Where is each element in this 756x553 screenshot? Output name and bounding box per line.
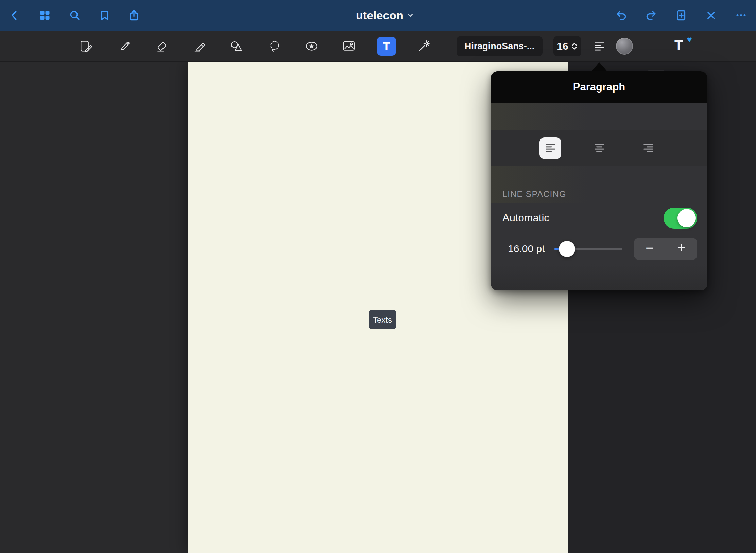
- laser-pointer-icon: [416, 38, 432, 54]
- redo-button[interactable]: [643, 8, 658, 23]
- spacing-value-row: 16.00 pt − +: [491, 233, 707, 264]
- add-page-icon: [675, 9, 687, 21]
- heart-icon: ♥: [687, 35, 692, 44]
- eraser-icon: [154, 38, 170, 54]
- document-title: utelecon: [356, 9, 403, 22]
- app-screen: utelecon: [0, 0, 756, 553]
- decrease-spacing-button[interactable]: −: [634, 238, 666, 260]
- lasso-icon: [267, 38, 282, 54]
- more-ellipsis-icon: [735, 9, 747, 21]
- tool-image[interactable]: [339, 37, 358, 56]
- chevron-down-icon: [407, 12, 414, 19]
- bookmark-button[interactable]: [97, 8, 112, 23]
- align-left-option[interactable]: [539, 137, 561, 159]
- text-tool-icon: T: [383, 40, 390, 52]
- tool-page-pen-mode[interactable]: [77, 37, 96, 56]
- text-style-favorite-button[interactable]: T ♥: [670, 35, 693, 57]
- minus-icon: −: [646, 240, 654, 256]
- line-spacing-slider[interactable]: [554, 233, 622, 264]
- paragraph-popover: Paragraph LINE SPACING Automatic 16: [491, 71, 707, 290]
- tool-text[interactable]: T: [377, 37, 396, 56]
- alignment-row: [491, 130, 707, 166]
- add-page-button[interactable]: [674, 8, 689, 23]
- slider-thumb[interactable]: [559, 241, 575, 257]
- navbar: utelecon: [0, 0, 756, 31]
- toggle-knob: [677, 209, 696, 227]
- share-button[interactable]: [126, 8, 141, 23]
- back-chevron-icon: [8, 9, 21, 21]
- font-family-label: HiraginoSans-...: [465, 41, 535, 52]
- highlighter-icon: [192, 38, 208, 54]
- tool-eraser[interactable]: [153, 37, 172, 56]
- line-spacing-section: LINE SPACING: [491, 166, 707, 203]
- align-center-icon: [593, 142, 606, 155]
- pen-icon: [117, 38, 133, 54]
- search-icon: [69, 9, 81, 21]
- grid-thumbnails-icon: [39, 9, 51, 21]
- search-button[interactable]: [67, 8, 82, 23]
- popover-spacer-top: [491, 103, 707, 130]
- font-family-button[interactable]: HiraginoSans-...: [457, 36, 543, 56]
- spacing-stepper: − +: [634, 238, 697, 260]
- more-button[interactable]: [734, 8, 749, 23]
- spacing-value: 16.00 pt: [508, 243, 545, 254]
- stickers-icon: [304, 38, 320, 54]
- bookmark-icon: [99, 10, 110, 21]
- increase-spacing-button[interactable]: +: [666, 238, 698, 260]
- align-right-option[interactable]: [637, 137, 659, 159]
- align-left-icon: [592, 39, 606, 53]
- tool-pen[interactable]: [116, 37, 135, 56]
- text-object-label: Texts: [373, 315, 392, 325]
- document-title-button[interactable]: utelecon: [344, 0, 426, 31]
- tool-lasso[interactable]: [265, 37, 284, 56]
- text-style-icon: T: [674, 38, 683, 53]
- image-icon: [341, 38, 357, 54]
- thumbnails-button[interactable]: [37, 8, 52, 23]
- share-icon: [128, 9, 140, 21]
- align-left-icon: [544, 142, 557, 155]
- popover-title: Paragraph: [573, 81, 625, 93]
- automatic-row: Automatic: [491, 203, 707, 233]
- close-button[interactable]: [704, 8, 719, 23]
- popover-arrow: [591, 62, 607, 72]
- toolbar: T HiraginoSans-... 16 T ♥: [0, 31, 756, 62]
- paragraph-alignment-button[interactable]: [589, 36, 609, 56]
- tool-shapes[interactable]: [227, 37, 246, 56]
- stepper-chevrons-icon: [571, 42, 578, 51]
- tool-laser-pointer[interactable]: [414, 37, 433, 56]
- font-size-value: 16: [557, 40, 568, 52]
- text-color-swatch-button[interactable]: [616, 38, 633, 55]
- tool-highlighter[interactable]: [190, 37, 209, 56]
- automatic-toggle[interactable]: [664, 208, 697, 229]
- close-icon: [705, 10, 717, 21]
- align-right-icon: [642, 142, 655, 155]
- automatic-label: Automatic: [502, 212, 549, 224]
- text-object[interactable]: Texts: [369, 310, 396, 329]
- popover-spacer-bottom: [491, 264, 707, 290]
- line-spacing-section-label: LINE SPACING: [502, 189, 566, 199]
- shapes-icon: [229, 38, 244, 54]
- page-pen-mode-icon: [79, 38, 94, 54]
- align-center-option[interactable]: [588, 137, 610, 159]
- redo-icon: [645, 9, 657, 21]
- tool-stickers[interactable]: [302, 37, 321, 56]
- back-button[interactable]: [7, 8, 22, 23]
- undo-icon: [615, 9, 628, 21]
- plus-icon: +: [677, 240, 686, 256]
- popover-header: Paragraph: [491, 71, 707, 103]
- undo-button[interactable]: [614, 8, 629, 23]
- font-size-stepper[interactable]: 16: [553, 36, 581, 56]
